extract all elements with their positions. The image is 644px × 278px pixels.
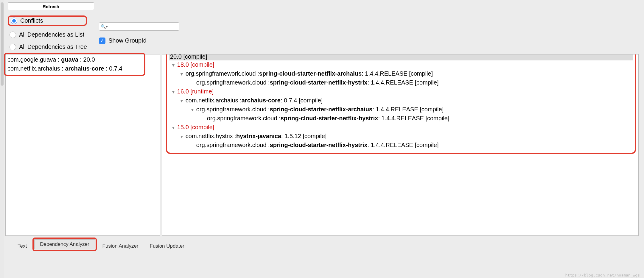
tree-row[interactable]: ▼org.springframework.cloud : spring-clou… bbox=[169, 141, 633, 150]
radio-all-list[interactable]: All Dependencies as List bbox=[8, 31, 87, 38]
tree-row[interactable]: ▼org.springframework.cloud : spring-clou… bbox=[169, 105, 633, 114]
bottom-tabs: Text Dependency Analyzer Fusion Analyzer… bbox=[0, 236, 644, 251]
tree-row[interactable]: ▼18.0 [compile] bbox=[169, 60, 633, 69]
radio-group: Conflicts All Dependencies as List All D… bbox=[8, 15, 87, 50]
scrollbar-thumb[interactable] bbox=[1, 2, 4, 86]
highlight-tab: Dependency Analyzer bbox=[32, 238, 97, 251]
radio-icon bbox=[11, 18, 17, 24]
toolbar: Refresh Conflicts All Dependencies as Li… bbox=[0, 0, 644, 54]
radio-label: Conflicts bbox=[20, 17, 43, 24]
tab-text[interactable]: Text bbox=[12, 241, 32, 251]
radio-label: All Dependencies as List bbox=[19, 31, 84, 38]
radio-all-tree[interactable]: All Dependencies as Tree bbox=[8, 43, 87, 50]
radio-label: All Dependencies as Tree bbox=[19, 43, 87, 50]
conflict-list-pane[interactable]: com.google.guava : guava : 20.0com.netfl… bbox=[5, 54, 160, 236]
side-controls: 🔍▾ ✓ Show GroupId bbox=[99, 22, 179, 44]
tree-selected-row[interactable]: 20.0 [compile] bbox=[169, 54, 633, 60]
highlight-tree: 20.0 [compile] ▼18.0 [compile]▼org.sprin… bbox=[166, 54, 636, 154]
chevron-down-icon: ▼ bbox=[190, 106, 195, 114]
tree-row[interactable]: ▼org.springframework.cloud : spring-clou… bbox=[169, 69, 633, 78]
chevron-down-icon: ▼ bbox=[171, 61, 175, 69]
tree-row[interactable]: ▼com.netflix.hystrix : hystrix-javanica … bbox=[169, 132, 633, 141]
tree-row[interactable]: ▼16.0 [runtime] bbox=[169, 87, 633, 96]
dependency-tree-pane[interactable]: 20.0 [compile] ▼18.0 [compile]▼org.sprin… bbox=[162, 54, 639, 236]
checkbox-label: Show GroupId bbox=[108, 37, 147, 44]
chevron-down-icon: ▼ bbox=[171, 88, 175, 96]
chevron-down-icon: ▼ bbox=[171, 124, 175, 132]
refresh-button[interactable]: Refresh bbox=[8, 2, 94, 10]
search-input[interactable] bbox=[99, 22, 179, 31]
tab-dependency-analyzer[interactable]: Dependency Analyzer bbox=[34, 239, 95, 249]
highlight-conflicts: Conflicts bbox=[8, 15, 87, 26]
tab-fusion-updater[interactable]: Fusion Updater bbox=[144, 241, 190, 251]
list-item[interactable]: com.google.guava : guava : 20.0 bbox=[7, 55, 142, 64]
list-item[interactable]: com.netflix.archaius : archaius-core : 0… bbox=[7, 64, 142, 73]
chevron-down-icon: ▼ bbox=[180, 97, 184, 105]
radio-icon bbox=[10, 32, 16, 38]
checkbox-icon: ✓ bbox=[99, 38, 105, 44]
search-field[interactable]: 🔍▾ bbox=[99, 22, 179, 31]
chevron-down-icon: ▼ bbox=[180, 70, 184, 78]
radio-conflicts[interactable]: Conflicts bbox=[11, 17, 43, 24]
left-scrollbar[interactable] bbox=[0, 0, 4, 278]
tree-row[interactable]: ▼org.springframework.cloud : spring-clou… bbox=[169, 114, 633, 123]
chevron-down-icon: ▼ bbox=[180, 132, 184, 141]
tree-row[interactable]: ▼15.0 [compile] bbox=[169, 123, 633, 132]
highlight-conflict-list: com.google.guava : guava : 20.0com.netfl… bbox=[4, 53, 145, 76]
radio-icon bbox=[10, 44, 16, 50]
main-panes: com.google.guava : guava : 20.0com.netfl… bbox=[0, 54, 644, 236]
tree-row[interactable]: ▼com.netflix.archaius : archaius-core : … bbox=[169, 96, 633, 105]
search-icon: 🔍▾ bbox=[101, 24, 108, 29]
tab-fusion-analyzer[interactable]: Fusion Analyzer bbox=[97, 241, 144, 251]
tree-row[interactable]: ▼org.springframework.cloud : spring-clou… bbox=[169, 78, 633, 87]
filter-row: Conflicts All Dependencies as List All D… bbox=[8, 15, 644, 50]
show-groupid-check[interactable]: ✓ Show GroupId bbox=[99, 37, 179, 44]
watermark: https://blog.csdn.net/noaman_wgs bbox=[565, 273, 640, 277]
